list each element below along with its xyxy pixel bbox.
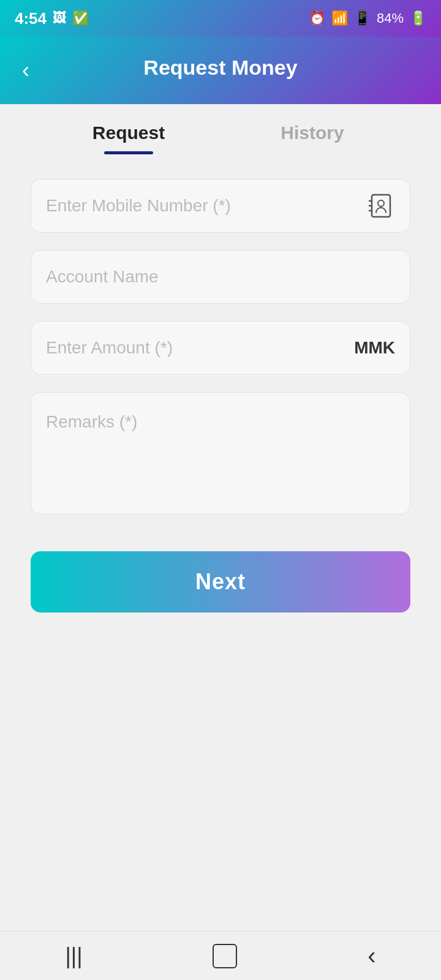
checkbox-icon: ✅ bbox=[72, 10, 89, 26]
account-name-input[interactable] bbox=[46, 267, 395, 287]
alarm-icon: ⏰ bbox=[309, 10, 325, 26]
tab-request[interactable]: Request bbox=[37, 123, 221, 154]
next-button-wrapper: Next bbox=[0, 539, 441, 637]
nav-menu-button[interactable]: ||| bbox=[40, 936, 107, 976]
nav-home-button[interactable] bbox=[188, 937, 262, 976]
wifi-icon: 📶 bbox=[331, 10, 348, 26]
mobile-number-wrapper bbox=[31, 179, 410, 233]
status-time: 4:54 🖼 ✅ bbox=[15, 9, 89, 28]
menu-icon: ||| bbox=[65, 943, 82, 969]
nav-back-button[interactable]: ‹ bbox=[343, 935, 400, 977]
battery-display: 84% bbox=[377, 10, 404, 26]
currency-label: MMK bbox=[354, 338, 395, 358]
nav-back-icon: ‹ bbox=[368, 942, 375, 970]
amount-wrapper: MMK bbox=[31, 321, 410, 375]
tab-history[interactable]: History bbox=[221, 123, 404, 154]
back-button[interactable]: ‹ bbox=[17, 55, 34, 86]
status-bar: 4:54 🖼 ✅ ⏰ 📶 📱 84% 🔋 bbox=[0, 0, 441, 37]
mobile-number-input[interactable] bbox=[46, 196, 362, 216]
next-button[interactable]: Next bbox=[31, 551, 410, 612]
contact-book-icon[interactable] bbox=[368, 192, 395, 219]
svg-point-4 bbox=[378, 200, 384, 206]
home-icon bbox=[213, 944, 237, 968]
nav-bar: ||| ‹ bbox=[0, 931, 441, 980]
amount-input[interactable] bbox=[46, 338, 348, 358]
back-icon: ‹ bbox=[22, 58, 29, 83]
signal-icon: 📱 bbox=[354, 10, 371, 26]
battery-icon: 🔋 bbox=[410, 10, 426, 26]
header: ‹ Request Money bbox=[0, 37, 441, 104]
request-form: MMK bbox=[0, 154, 441, 539]
remarks-input[interactable] bbox=[46, 410, 395, 508]
page-title: Request Money bbox=[143, 56, 297, 80]
gallery-icon: 🖼 bbox=[53, 10, 66, 26]
tab-bar: Request History bbox=[0, 104, 441, 154]
remarks-wrapper bbox=[31, 392, 410, 514]
account-name-wrapper bbox=[31, 250, 410, 304]
status-indicators: ⏰ 📶 📱 84% 🔋 bbox=[309, 10, 426, 26]
content-area: Request History bbox=[0, 104, 441, 931]
time-display: 4:54 bbox=[15, 9, 47, 28]
